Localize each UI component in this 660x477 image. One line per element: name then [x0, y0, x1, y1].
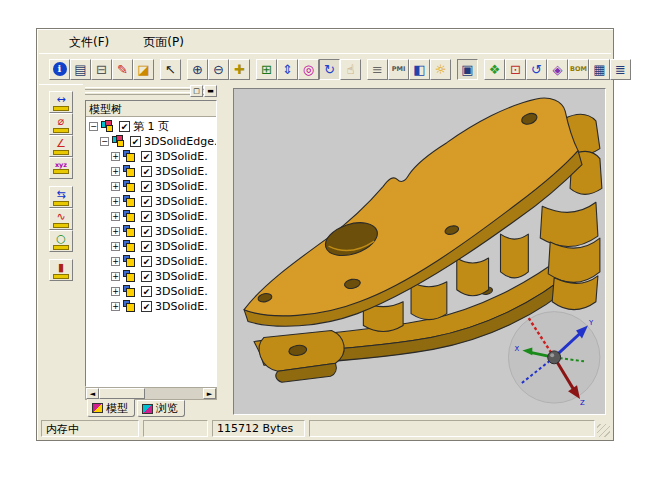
collapse-icon[interactable]: − [100, 137, 109, 146]
tree-node-part-7[interactable]: +✔3DSolidE. [86, 239, 216, 254]
expand-icon[interactable]: + [111, 182, 120, 191]
expand-icon[interactable]: + [111, 242, 120, 251]
tree-node-part-6[interactable]: +✔3DSolidE. [86, 224, 216, 239]
light-button[interactable]: ☼ [430, 59, 451, 80]
gizmo-center-highlight [550, 353, 554, 357]
measure-gap-button[interactable]: ⇆ [49, 186, 73, 208]
tree-node-part-3[interactable]: +✔3DSolidE. [86, 179, 216, 194]
measure-area-icon: ○ [56, 233, 66, 244]
menu-file[interactable]: 文件(F) [65, 32, 113, 53]
measure-curve-button[interactable]: ∿ [49, 208, 73, 230]
expand-icon[interactable]: + [111, 212, 120, 221]
hand-pan-button[interactable]: ☝ [340, 59, 361, 80]
measure-radius-button[interactable]: ⌀ [49, 113, 73, 135]
info-button[interactable]: i [49, 59, 70, 80]
part-icon [123, 150, 138, 163]
assembly-icon [101, 120, 116, 133]
measure-coordinate-icon: xyz [55, 162, 67, 169]
markup-pen-button[interactable]: ✎ [112, 59, 133, 80]
tree-node-part-2[interactable]: +✔3DSolidE. [86, 164, 216, 179]
zoom-dynamic-icon: ⇕ [282, 63, 293, 76]
expand-icon[interactable]: + [111, 152, 120, 161]
tree-node-label: 3DSolidE. [155, 270, 208, 283]
menu-page[interactable]: 页面(P) [139, 32, 188, 53]
views-cube-button[interactable]: ◧ [409, 59, 430, 80]
status-memory: 内存中 [41, 420, 139, 437]
expand-icon[interactable]: + [111, 167, 120, 176]
report-window-button[interactable]: ▦ [589, 59, 610, 80]
visibility-checkbox[interactable]: ✔ [141, 286, 152, 297]
visibility-checkbox[interactable]: ✔ [119, 121, 130, 132]
measure-area-button[interactable]: ○ [49, 230, 73, 252]
tree-node-part-1[interactable]: +✔3DSolidE. [86, 149, 216, 164]
expand-icon[interactable]: + [111, 227, 120, 236]
resize-grip[interactable] [597, 424, 610, 437]
scroll-left-arrow[interactable]: ◄ [86, 388, 99, 399]
visibility-checkbox[interactable]: ✔ [141, 241, 152, 252]
assembly-config-button[interactable]: ❖ [484, 59, 505, 80]
visibility-checkbox[interactable]: ✔ [141, 256, 152, 267]
tab-browse[interactable]: 浏览 [137, 400, 185, 417]
tree-node-part-11[interactable]: +✔3DSolidE. [86, 299, 216, 314]
app-window: 文件(F) 页面(P) i▤⊟✎◪↖⊕⊖✚⊞⇕◎↻☝≡PMI◧☼▣❖⊡↺◈BOM… [36, 28, 614, 441]
explode-button[interactable]: ◈ [547, 59, 568, 80]
measure-distance-button[interactable]: ↔ [49, 91, 73, 113]
tree-window-button[interactable]: ≣ [610, 59, 631, 80]
light-icon: ☼ [435, 63, 447, 76]
viewport-3d[interactable]: X Y Z [233, 88, 606, 415]
zoom-window-button[interactable]: ⊞ [256, 59, 277, 80]
measure-angle-button[interactable]: ∠ [49, 135, 73, 157]
measure-coordinate-button[interactable]: xyz [49, 157, 73, 179]
collapse-icon[interactable]: − [89, 122, 98, 131]
expand-icon[interactable]: + [111, 257, 120, 266]
orientation-gizmo[interactable]: X Y Z [508, 312, 599, 407]
expand-icon[interactable]: + [111, 302, 120, 311]
orbit-target-button[interactable]: ◎ [298, 59, 319, 80]
visibility-checkbox[interactable]: ✔ [130, 136, 141, 147]
scroll-track[interactable] [145, 388, 203, 399]
tree-node-part-9[interactable]: +✔3DSolidE. [86, 269, 216, 284]
tree-node-assembly[interactable]: −✔3DSolidEdge. [86, 134, 216, 149]
expand-icon[interactable]: + [111, 287, 120, 296]
scroll-thumb[interactable] [99, 388, 145, 399]
measure-volume-button[interactable]: ▮ [49, 259, 73, 281]
visibility-checkbox[interactable]: ✔ [141, 211, 152, 222]
spin-center-button[interactable]: ↺ [526, 59, 547, 80]
scroll-right-arrow[interactable]: ► [203, 388, 216, 399]
layers-button[interactable]: ≡ [367, 59, 388, 80]
expand-icon[interactable]: + [111, 197, 120, 206]
spin-center-icon: ↺ [531, 63, 542, 76]
pmi-button[interactable]: PMI [388, 59, 409, 80]
visibility-checkbox[interactable]: ✔ [141, 151, 152, 162]
expand-icon[interactable]: + [111, 272, 120, 281]
visibility-checkbox[interactable]: ✔ [141, 166, 152, 177]
tree-node-part-4[interactable]: +✔3DSolidE. [86, 194, 216, 209]
tab-model[interactable]: 模型 [87, 399, 135, 417]
zoom-out-button[interactable]: ⊖ [208, 59, 229, 80]
tree-node-part-10[interactable]: +✔3DSolidE. [86, 284, 216, 299]
rotate-view-button[interactable]: ↻ [319, 59, 340, 80]
zoom-dynamic-button[interactable]: ⇕ [277, 59, 298, 80]
print-button[interactable]: ⊟ [91, 59, 112, 80]
screen-capture-button[interactable]: ⊡ [505, 59, 526, 80]
image-view-button[interactable]: ▣ [457, 59, 478, 80]
tree-node-page[interactable]: −✔第 1 页 [86, 119, 216, 134]
model-roller [540, 202, 598, 246]
select-cursor-button[interactable]: ↖ [160, 59, 181, 80]
zoom-in-button[interactable]: ⊕ [187, 59, 208, 80]
model-canvas[interactable]: X Y Z [234, 89, 605, 414]
visibility-checkbox[interactable]: ✔ [141, 226, 152, 237]
panel-hide-button[interactable]: ▬ [204, 85, 217, 97]
panel-float-button[interactable]: □ [190, 85, 203, 97]
tree-node-part-5[interactable]: +✔3DSolidE. [86, 209, 216, 224]
image-view-icon: ▣ [461, 63, 473, 76]
tree-node-part-8[interactable]: +✔3DSolidE. [86, 254, 216, 269]
pan-axes-button[interactable]: ✚ [229, 59, 250, 80]
bom-button[interactable]: BOM [568, 59, 589, 80]
visibility-checkbox[interactable]: ✔ [141, 271, 152, 282]
visibility-checkbox[interactable]: ✔ [141, 301, 152, 312]
view-file-button[interactable]: ▤ [70, 59, 91, 80]
visibility-checkbox[interactable]: ✔ [141, 196, 152, 207]
visibility-checkbox[interactable]: ✔ [141, 181, 152, 192]
export-button[interactable]: ◪ [133, 59, 154, 80]
